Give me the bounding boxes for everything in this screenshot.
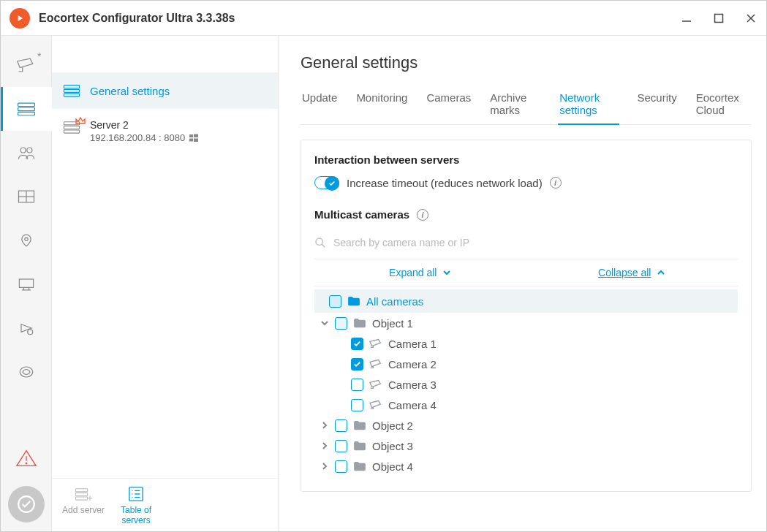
svg-rect-4 <box>18 103 34 106</box>
increase-timeout-toggle[interactable] <box>314 176 339 189</box>
tab-update[interactable]: Update <box>301 91 339 124</box>
tree-label: All cameras <box>366 295 423 308</box>
tree-label: Camera 1 <box>388 338 437 350</box>
server-item[interactable]: Server 2 192.168.200.84 : 8080 <box>52 109 278 153</box>
interaction-section: Interaction between servers Increase tim… <box>301 140 752 492</box>
tree-camera[interactable]: Camera 2 <box>314 354 738 374</box>
svg-rect-5 <box>18 107 34 110</box>
crown-icon <box>75 116 86 125</box>
collapse-all-button[interactable]: Collapse all <box>526 259 738 286</box>
maximize-button[interactable] <box>712 12 725 25</box>
tab-monitoring[interactable]: Monitoring <box>355 91 409 124</box>
table-of-servers-button[interactable]: Table of servers <box>115 479 157 532</box>
tab-security[interactable]: Security <box>635 91 678 124</box>
server-panel: General settings Server 2 192.168.200.84… <box>52 36 279 532</box>
info-icon[interactable]: i <box>550 177 562 189</box>
checkbox[interactable] <box>335 440 347 452</box>
window-title: Eocortex Configurator Ultra 3.3.38s <box>39 12 680 25</box>
svg-rect-23 <box>64 94 79 96</box>
svg-rect-13 <box>19 279 33 287</box>
minimize-button[interactable] <box>680 12 693 25</box>
tree-camera[interactable]: Camera 4 <box>314 395 738 415</box>
increase-timeout-label: Increase timeout (reduces network load) <box>347 177 543 189</box>
nav-views[interactable] <box>1 262 52 306</box>
chevron-down-icon[interactable] <box>320 319 329 327</box>
tree-label: Camera 2 <box>388 358 437 370</box>
chevron-right-icon[interactable] <box>320 421 329 430</box>
svg-point-7 <box>20 148 26 153</box>
camera-icon <box>369 359 382 369</box>
camera-search-input[interactable] <box>333 237 738 248</box>
checkbox[interactable] <box>351 379 363 391</box>
folder-icon <box>353 420 366 430</box>
checkbox[interactable] <box>351 338 363 350</box>
tree-folder-object1[interactable]: Object 1 <box>314 313 738 333</box>
main-content: General settings Update Monitoring Camer… <box>279 36 766 532</box>
tree-label: Camera 3 <box>388 379 437 391</box>
tab-cameras[interactable]: Cameras <box>425 91 472 124</box>
svg-rect-29 <box>189 138 193 141</box>
tree-label: Object 2 <box>372 419 413 432</box>
nav-warnings[interactable] <box>1 436 52 480</box>
checkbox[interactable] <box>351 358 363 370</box>
tree-label: Object 4 <box>372 460 413 473</box>
nav-cameras[interactable]: * <box>1 43 52 87</box>
info-icon[interactable]: i <box>417 209 428 221</box>
server-address: 192.168.200.84 : 8080 <box>90 132 198 143</box>
nav-maps[interactable] <box>1 218 52 262</box>
folder-icon <box>353 461 366 471</box>
svg-point-8 <box>26 148 31 153</box>
interaction-title: Interaction between servers <box>314 153 738 166</box>
tabs: Update Monitoring Cameras Archive marks … <box>301 91 752 125</box>
svg-rect-30 <box>194 138 198 142</box>
close-button[interactable] <box>744 12 757 25</box>
tree-folder-object3[interactable]: Object 3 <box>314 436 738 456</box>
nav-rail: * <box>1 36 52 532</box>
tree-folder-object4[interactable]: Object 4 <box>314 456 738 476</box>
svg-point-43 <box>316 238 322 245</box>
checkbox[interactable] <box>335 460 347 473</box>
camera-icon <box>369 379 382 390</box>
checkbox[interactable] <box>335 317 347 330</box>
tree-camera[interactable]: Camera 3 <box>314 374 738 395</box>
svg-line-44 <box>322 244 325 247</box>
general-settings-label: General settings <box>90 85 170 97</box>
nav-plans[interactable] <box>1 175 52 218</box>
chevron-right-icon[interactable] <box>320 462 329 471</box>
windows-icon <box>189 134 198 142</box>
tab-network-settings[interactable]: Network settings <box>558 91 619 125</box>
tree-folder-object2[interactable]: Object 2 <box>314 415 738 436</box>
nav-servers[interactable] <box>1 87 52 131</box>
app-logo <box>10 8 30 28</box>
tab-eocortex-cloud[interactable]: Eocortex Cloud <box>695 91 752 124</box>
svg-rect-32 <box>75 493 87 495</box>
svg-rect-27 <box>189 134 193 137</box>
checkbox[interactable] <box>335 419 347 432</box>
apply-button[interactable] <box>8 486 45 522</box>
svg-point-19 <box>26 463 27 464</box>
checkbox[interactable] <box>351 399 363 411</box>
folder-icon <box>353 441 366 451</box>
nav-analytics[interactable] <box>1 350 52 394</box>
nav-automation[interactable] <box>1 306 52 350</box>
title-bar: Eocortex Configurator Ultra 3.3.38s <box>1 1 766 36</box>
add-server-button[interactable]: Add server <box>56 479 110 532</box>
page-title: General settings <box>301 53 752 72</box>
tab-archive-marks[interactable]: Archive marks <box>488 91 542 124</box>
svg-rect-28 <box>194 134 198 137</box>
svg-rect-1 <box>715 14 723 22</box>
tree-camera[interactable]: Camera 1 <box>314 333 738 354</box>
nav-users[interactable] <box>1 131 52 175</box>
svg-rect-26 <box>64 130 79 133</box>
server-name: Server 2 <box>90 119 198 131</box>
server-panel-general[interactable]: General settings <box>52 72 278 109</box>
expand-all-button[interactable]: Expand all <box>314 259 526 286</box>
tree-root[interactable]: All cameras <box>314 289 738 313</box>
cameras-modified-badge: * <box>37 50 41 62</box>
tree-label: Object 3 <box>372 440 413 452</box>
chevron-right-icon[interactable] <box>320 441 329 450</box>
checkbox[interactable] <box>329 295 341 308</box>
search-icon <box>314 237 326 248</box>
svg-rect-31 <box>75 489 87 492</box>
svg-rect-25 <box>64 126 79 129</box>
